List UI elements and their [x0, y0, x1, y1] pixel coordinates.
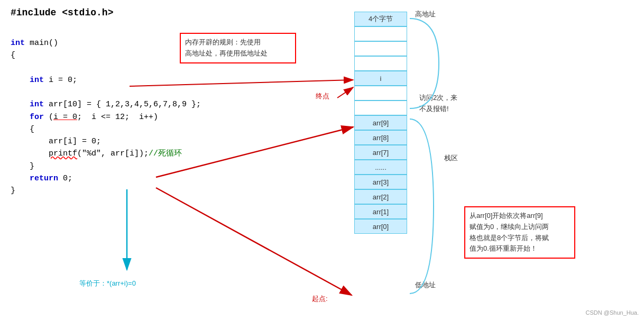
arr-note-box: 从arr[0]开始依次将arr[9]赋值为0，继续向上访问两格也就是8个字节后，…	[464, 206, 575, 259]
mem-cell-1	[354, 26, 407, 41]
code-blank2	[11, 62, 333, 74]
low-addr-label: 低地址	[415, 280, 436, 290]
mem-cell-arr2: arr[2]	[354, 189, 407, 204]
equiv-note: 等价于：*(arr+i)=0	[79, 279, 136, 288]
memory-stack: 4个字节 i arr[9] arr[8] arr[7] ...... arr[3…	[354, 12, 407, 234]
memory-rule-box: 内存开辟的规则：先使用高地址处，再使用低地址处	[180, 33, 296, 63]
endpoint-label: 终点	[316, 92, 329, 101]
mem-cell-2	[354, 41, 407, 56]
mem-cell-dots: ......	[354, 160, 407, 175]
code-return: return 0;	[11, 172, 333, 185]
mem-cell-arr7: arr[7]	[354, 145, 407, 160]
mem-cell-arr3: arr[3]	[354, 175, 407, 189]
mem-cell-5	[354, 86, 407, 100]
code-brace3: }	[11, 160, 333, 172]
include-line: #include <stdio.h>	[11, 5, 333, 21]
mem-cell-3	[354, 56, 407, 71]
code-printf: printf("%d", arr[i]);//死循环	[11, 148, 333, 160]
high-addr-label: 高地址	[415, 10, 436, 19]
code-for: for (i = 0; i <= 12; i++)	[11, 111, 333, 123]
include-text: #include <stdio.h>	[11, 7, 113, 18]
visit-note: 访问2次，来不及报错!	[419, 93, 457, 115]
mem-cell-arr9: arr[9]	[354, 115, 407, 130]
code-arr-assign: arr[i] = 0;	[11, 135, 333, 148]
mem-cell-6	[354, 100, 407, 115]
mem-cell-arr8: arr[8]	[354, 130, 407, 145]
svg-line-4	[337, 87, 353, 98]
mem-cell-i: i	[354, 71, 407, 86]
code-blank3	[11, 86, 333, 98]
mem-cell-arr1: arr[1]	[354, 204, 407, 219]
code-arr-decl: int arr[10] = { 1,2,3,4,5,6,7,8,9 };	[11, 98, 333, 111]
stack-zone-label: 栈区	[444, 153, 458, 163]
code-brace4: }	[11, 185, 333, 197]
mem-cell-top: 4个字节	[354, 12, 407, 26]
code-brace2: {	[11, 123, 333, 135]
watermark: CSDN @Shun_Hua.	[586, 309, 639, 316]
startpoint-label: 起点:	[312, 294, 328, 304]
mem-cell-arr0: arr[0]	[354, 219, 407, 234]
code-int-i: int i = 0;	[11, 74, 333, 86]
